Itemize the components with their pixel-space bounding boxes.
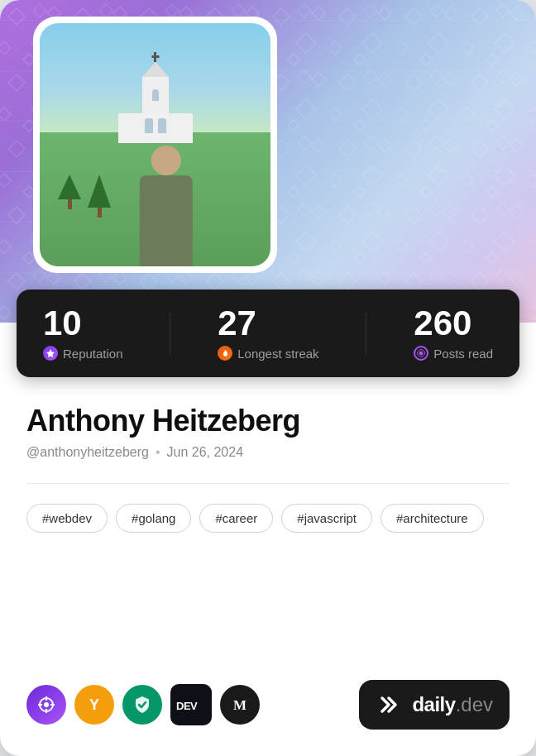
brand-badge: daily.dev xyxy=(359,680,510,730)
stat-divider-1 xyxy=(170,313,170,354)
dev-icon: DEV xyxy=(175,694,208,715)
badge-crosshair[interactable] xyxy=(26,685,66,725)
tag-career[interactable]: #career xyxy=(199,504,273,533)
reputation-icon xyxy=(43,346,58,361)
tag-javascript[interactable]: #javascript xyxy=(281,504,372,533)
brand-logo-icon xyxy=(376,690,405,720)
brand-name-primary: daily xyxy=(412,693,455,716)
profile-name: Anthony Heitzeberg xyxy=(26,404,510,438)
stat-reputation: 10 Reputation xyxy=(43,306,123,361)
streak-icon xyxy=(218,346,232,361)
posts-text: Posts read xyxy=(433,347,493,361)
svg-point-2 xyxy=(419,352,424,356)
content-divider xyxy=(26,483,510,484)
reputation-text: Reputation xyxy=(63,347,123,361)
avatar-wrapper xyxy=(33,17,277,273)
svg-text:Y: Y xyxy=(89,696,99,713)
meta-separator: • xyxy=(156,445,160,460)
tree-1 xyxy=(58,175,81,218)
profile-meta: @anthonyheitzeberg • Jun 26, 2024 xyxy=(26,445,510,460)
stats-bar: 10 Reputation 27 Longest streak xyxy=(17,289,519,377)
tags-container: #webdev #golang #career #javascript #arc… xyxy=(26,504,510,533)
medium-icon: M xyxy=(228,693,251,716)
photo-trees xyxy=(58,175,111,218)
stat-posts: 260 Posts read xyxy=(414,306,493,361)
badge-dev[interactable]: DEV xyxy=(170,684,212,725)
reputation-label: Reputation xyxy=(43,346,123,361)
badge-medium[interactable]: M xyxy=(220,685,260,725)
brand-text: daily.dev xyxy=(412,693,493,716)
hero-banner xyxy=(0,0,536,323)
streak-value: 27 xyxy=(218,306,256,341)
stat-divider-2 xyxy=(366,313,366,354)
svg-text:M: M xyxy=(233,697,246,713)
brand-name-secondary: .dev xyxy=(456,693,493,716)
tree-2 xyxy=(88,175,111,218)
posts-value: 260 xyxy=(414,306,471,341)
bottom-row: Y DEV M xyxy=(0,680,536,756)
badges-container: Y DEV M xyxy=(26,684,260,725)
svg-marker-1 xyxy=(46,349,55,357)
crosshair-icon xyxy=(36,694,57,715)
stat-streak: 27 Longest streak xyxy=(218,306,318,361)
posts-label: Posts read xyxy=(414,346,493,361)
profile-username: @anthonyheitzeberg xyxy=(26,445,149,460)
profile-join-date: Jun 26, 2024 xyxy=(167,445,244,460)
person-photo xyxy=(139,146,192,266)
badge-hackernews[interactable]: Y xyxy=(74,685,114,725)
svg-rect-13 xyxy=(376,690,405,720)
tag-webdev[interactable]: #webdev xyxy=(26,504,108,533)
profile-content: Anthony Heitzeberg @anthonyheitzeberg • … xyxy=(0,377,536,680)
streak-text: Longest streak xyxy=(237,347,318,361)
tag-golang[interactable]: #golang xyxy=(116,504,191,533)
church xyxy=(118,52,193,143)
profile-card: 10 Reputation 27 Longest streak xyxy=(0,0,536,756)
posts-icon xyxy=(414,346,428,361)
reputation-value: 10 xyxy=(43,306,82,341)
svg-text:DEV: DEV xyxy=(176,700,198,712)
shield-icon xyxy=(132,694,153,715)
avatar-photo xyxy=(40,23,270,266)
svg-point-5 xyxy=(44,702,49,707)
badge-shield[interactable] xyxy=(122,685,162,725)
hackernews-icon: Y xyxy=(84,694,105,715)
streak-label: Longest streak xyxy=(218,346,318,361)
tag-architecture[interactable]: #architecture xyxy=(380,504,484,533)
